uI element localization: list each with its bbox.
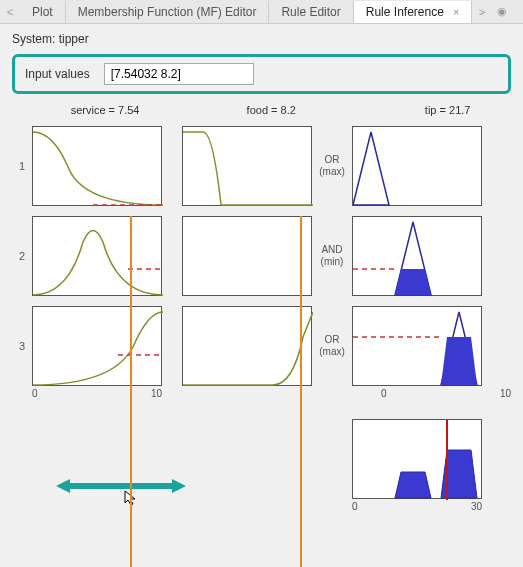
rule-row: 2 AND (min) bbox=[12, 216, 511, 296]
tab-bar: < Plot Membership Function (MF) Editor R… bbox=[0, 0, 523, 24]
rule-number: 2 bbox=[12, 250, 32, 262]
header-service: service = 7.54 bbox=[32, 104, 178, 116]
rule-row: 1 OR (max) bbox=[12, 126, 511, 206]
op-sub: (max) bbox=[319, 166, 345, 177]
tab-menu-icon[interactable]: ◉ bbox=[492, 5, 512, 18]
plot-service-r2 bbox=[32, 216, 162, 296]
operator-r1: OR (max) bbox=[312, 154, 352, 178]
plot-tip-r2 bbox=[352, 216, 482, 296]
axis-tick: 0 bbox=[381, 388, 387, 399]
plot-tip-r3 bbox=[352, 306, 482, 386]
aggregate-row: 0 30 bbox=[32, 419, 511, 512]
plot-tip-r1 bbox=[352, 126, 482, 206]
rule-row: 3 OR (max) bbox=[12, 306, 511, 386]
close-icon[interactable]: × bbox=[453, 7, 459, 18]
tab-plot[interactable]: Plot bbox=[20, 1, 66, 23]
tab-label: Rule Inference bbox=[366, 5, 444, 19]
axis-tick: 0 bbox=[32, 388, 38, 399]
input-values-box: Input values bbox=[12, 54, 511, 94]
tab-prev-icon[interactable]: < bbox=[0, 6, 20, 18]
tab-rule-inference[interactable]: Rule Inference × bbox=[354, 1, 472, 23]
op-sub: (max) bbox=[319, 346, 345, 357]
plot-aggregate-output bbox=[352, 419, 482, 499]
tab-mf-editor[interactable]: Membership Function (MF) Editor bbox=[66, 1, 270, 23]
plot-food-r3 bbox=[182, 306, 312, 386]
plot-food-r1 bbox=[182, 126, 312, 206]
axis-tick: 10 bbox=[151, 388, 162, 399]
tab-next-icon[interactable]: > bbox=[472, 6, 492, 18]
axis-tick: 0 bbox=[352, 501, 358, 512]
header-food: food = 8.2 bbox=[198, 104, 344, 116]
axis-tick: 10 bbox=[500, 388, 511, 399]
column-headers: service = 7.54 food = 8.2 tip = 21.7 bbox=[32, 104, 511, 116]
axis-tick: 30 bbox=[471, 501, 482, 512]
plot-service-r1 bbox=[32, 126, 162, 206]
food-slider-line[interactable] bbox=[300, 216, 302, 567]
header-tip: tip = 21.7 bbox=[384, 104, 511, 116]
input-values-label: Input values bbox=[25, 67, 90, 81]
operator-r3: OR (max) bbox=[312, 334, 352, 358]
tab-rule-editor[interactable]: Rule Editor bbox=[269, 1, 353, 23]
system-label: System: tipper bbox=[0, 24, 523, 50]
input-axis: 0 10 0 10 bbox=[32, 388, 511, 399]
rule-number: 1 bbox=[12, 160, 32, 172]
drag-arrow-icon bbox=[56, 476, 186, 496]
svg-marker-7 bbox=[56, 479, 70, 493]
rule-number: 3 bbox=[12, 340, 32, 352]
svg-marker-8 bbox=[172, 479, 186, 493]
op-label: OR bbox=[325, 154, 340, 165]
input-values-field[interactable] bbox=[104, 63, 254, 85]
op-sub: (min) bbox=[321, 256, 344, 267]
service-slider-line[interactable] bbox=[130, 216, 132, 567]
op-label: OR bbox=[325, 334, 340, 345]
plot-food-r2 bbox=[182, 216, 312, 296]
operator-r2: AND (min) bbox=[312, 244, 352, 268]
inference-grid: service = 7.54 food = 8.2 tip = 21.7 1 O… bbox=[0, 104, 523, 520]
op-label: AND bbox=[321, 244, 342, 255]
plot-service-r3 bbox=[32, 306, 162, 386]
